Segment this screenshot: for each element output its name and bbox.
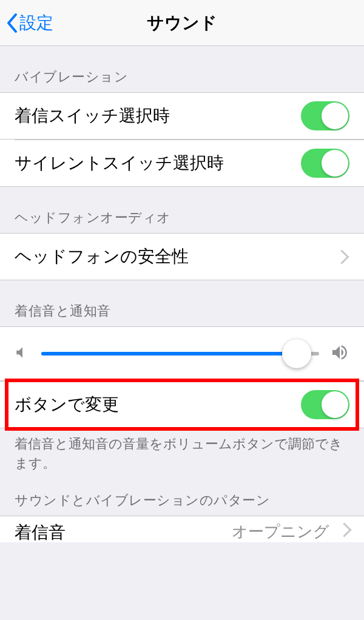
section-header-headphone: ヘッドフォンオーディオ (0, 187, 364, 233)
toggle-ring-switch[interactable] (301, 101, 349, 130)
row-ring-switch[interactable]: 着信スイッチ選択時 (0, 92, 364, 140)
row-headphone-safety[interactable]: ヘッドフォンの安全性 (0, 233, 364, 280)
row-ringtone[interactable]: 着信音 オープニング (0, 516, 364, 542)
volume-slider[interactable] (41, 339, 319, 368)
row-label: ヘッドフォンの安全性 (15, 245, 337, 268)
back-label: 設定 (19, 12, 53, 35)
row-label: ボタンで変更 (15, 393, 301, 416)
row-change-with-buttons[interactable]: ボタンで変更 (0, 381, 364, 428)
row-label: サイレントスイッチ選択時 (15, 152, 301, 175)
row-volume-slider (0, 326, 364, 381)
toggle-silent-switch[interactable] (301, 149, 349, 178)
navbar: 設定 サウンド (0, 0, 364, 46)
row-silent-switch[interactable]: サイレントスイッチ選択時 (0, 140, 364, 187)
row-label: 着信スイッチ選択時 (15, 104, 301, 127)
section-header-ringtone: 着信音と通知音 (0, 280, 364, 326)
section-header-vibration: バイブレーション (0, 46, 364, 92)
row-value: オープニング (232, 521, 329, 542)
row-label: 着信音 (15, 521, 66, 542)
volume-low-icon (15, 345, 30, 363)
chevron-left-icon (6, 13, 18, 33)
volume-high-icon (330, 343, 349, 365)
page-title: サウンド (0, 12, 364, 35)
footer-note-ringtone: 着信音と通知音の音量をボリュームボタンで調節できます。 (0, 428, 364, 473)
section-header-patterns: サウンドとバイブレーションのパターン (0, 473, 364, 516)
toggle-change-with-buttons[interactable] (301, 390, 349, 419)
back-button[interactable]: 設定 (0, 12, 53, 35)
